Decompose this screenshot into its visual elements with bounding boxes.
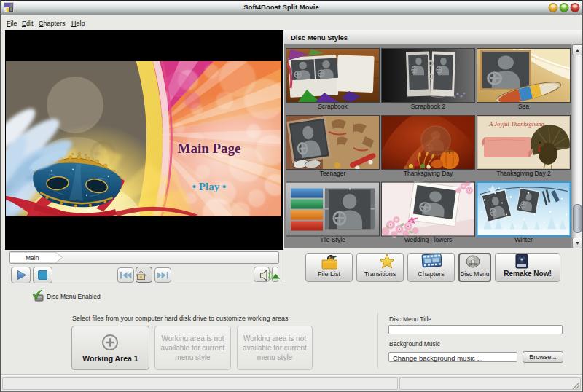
svg-text:Winter: Winter: [514, 236, 533, 243]
svg-text:• Play •: • Play •: [192, 181, 226, 192]
svg-text:Wedding Flowers: Wedding Flowers: [404, 236, 453, 243]
svg-text:Thanksgiving Day 2: Thanksgiving Day 2: [496, 170, 551, 177]
svg-text:A Joyful Thanksgiving.: A Joyful Thanksgiving.: [488, 120, 546, 128]
svg-text:Main Page: Main Page: [177, 141, 240, 156]
svg-text:Sea: Sea: [518, 103, 529, 110]
svg-text:Teenager: Teenager: [320, 170, 346, 177]
svg-text:Scrapbook 2: Scrapbook 2: [411, 103, 446, 110]
svg-text:Tile Style: Tile Style: [320, 236, 345, 243]
svg-text:Scrapbook: Scrapbook: [318, 103, 348, 110]
svg-text:Thanksgiving Day: Thanksgiving Day: [404, 170, 453, 177]
